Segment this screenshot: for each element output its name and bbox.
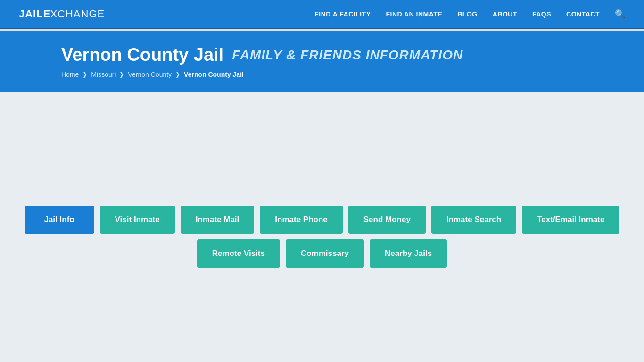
btn-nearby-jails[interactable]: Nearby Jails xyxy=(370,239,447,268)
btn-inmate-search[interactable]: Inmate Search xyxy=(431,206,516,234)
nav-about[interactable]: ABOUT xyxy=(493,10,517,18)
main-content: Jail Info Visit Inmate Inmate Mail Inmat… xyxy=(0,92,644,319)
main-nav: FIND A FACILITY FIND AN INMATE BLOG ABOU… xyxy=(314,9,625,19)
breadcrumb-sep-2: ❱ xyxy=(119,71,124,78)
search-icon[interactable]: 🔍 xyxy=(615,9,625,19)
btn-jail-info[interactable]: Jail Info xyxy=(25,206,94,234)
btn-inmate-phone[interactable]: Inmate Phone xyxy=(260,206,342,234)
logo-jail-text: JAIL xyxy=(19,8,43,20)
page-title-group: Vernon County Jail FAMILY & FRIENDS INFO… xyxy=(61,45,625,65)
nav-faqs[interactable]: FAQs xyxy=(532,10,551,18)
btn-text-email-inmate[interactable]: Text/Email Inmate xyxy=(522,206,619,234)
breadcrumb-sep-1: ❱ xyxy=(83,71,87,78)
btn-inmate-mail[interactable]: Inmate Mail xyxy=(181,206,255,234)
breadcrumb-current: Vernon County Jail xyxy=(184,71,244,78)
breadcrumb-missouri[interactable]: Missouri xyxy=(91,71,116,78)
nav-contact[interactable]: CONTACT xyxy=(566,10,600,18)
breadcrumb-home[interactable]: Home xyxy=(61,71,79,78)
btn-visit-inmate[interactable]: Visit Inmate xyxy=(100,206,175,234)
buttons-row-1: Jail Info Visit Inmate Inmate Mail Inmat… xyxy=(25,206,620,234)
page-title-main: Vernon County Jail xyxy=(61,45,223,65)
nav-blog[interactable]: BLOG xyxy=(457,10,477,18)
logo[interactable]: JAILEXCHANGE xyxy=(19,8,105,20)
logo-exchange-text: XCHANGE xyxy=(50,8,105,20)
breadcrumb-vernon-county[interactable]: Vernon County xyxy=(128,71,172,78)
buttons-section: Jail Info Visit Inmate Inmate Mail Inmat… xyxy=(0,206,644,268)
hero-section: Vernon County Jail FAMILY & FRIENDS INFO… xyxy=(0,31,644,92)
logo-x-text: E xyxy=(43,8,50,20)
site-header: JAILEXCHANGE FIND A FACILITY FIND AN INM… xyxy=(0,0,644,29)
buttons-row-2: Remote Visits Commissary Nearby Jails xyxy=(197,239,447,268)
btn-commissary[interactable]: Commissary xyxy=(286,239,364,268)
breadcrumb: Home ❱ Missouri ❱ Vernon County ❱ Vernon… xyxy=(61,71,625,78)
page-title-sub: FAMILY & FRIENDS INFORMATION xyxy=(232,48,463,63)
nav-find-facility[interactable]: FIND A FACILITY xyxy=(314,10,371,18)
btn-send-money[interactable]: Send Money xyxy=(348,206,426,234)
breadcrumb-sep-3: ❱ xyxy=(175,71,180,78)
nav-find-inmate[interactable]: FIND AN INMATE xyxy=(386,10,442,18)
btn-remote-visits[interactable]: Remote Visits xyxy=(197,239,280,268)
